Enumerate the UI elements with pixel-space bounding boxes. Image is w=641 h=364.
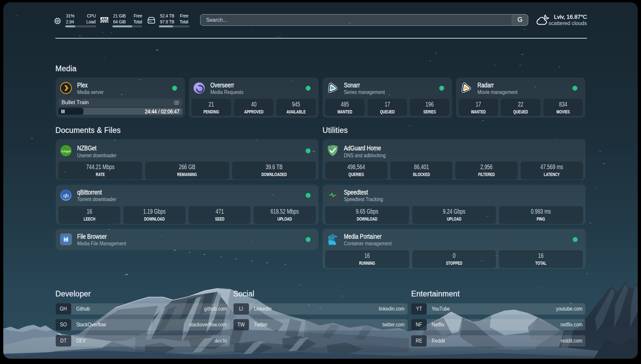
svg-text:nzbget: nzbget: [61, 149, 71, 153]
svg-text:qb: qb: [63, 193, 69, 198]
